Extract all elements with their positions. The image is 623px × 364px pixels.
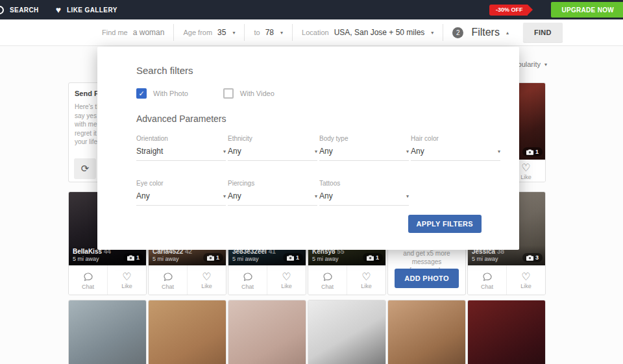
- add-photo-button[interactable]: ADD PHOTO: [395, 269, 459, 288]
- heart-outline-icon: ♡: [202, 272, 211, 282]
- chat-icon: [482, 271, 493, 283]
- orientation-select[interactable]: Orientation Straight▾: [136, 135, 226, 161]
- like-button[interactable]: ♡ Like: [107, 265, 146, 295]
- camera-icon: [526, 255, 533, 261]
- chat-button[interactable]: Chat: [149, 265, 187, 295]
- promo-line: and get x5 more messages: [388, 249, 465, 266]
- refresh-flirtcast-button[interactable]: ⟳: [74, 158, 96, 179]
- age-to-label: to: [254, 29, 260, 36]
- chat-button[interactable]: Chat: [468, 265, 506, 295]
- eye-color-select[interactable]: Eye color Any▾: [136, 180, 226, 206]
- camera-icon: [287, 255, 294, 261]
- profile-photo[interactable]: Rachel 50: [149, 300, 226, 364]
- heart-outline-icon: ♡: [361, 272, 371, 282]
- chevron-down-icon: ▾: [315, 193, 317, 199]
- profile-card[interactable]: Nekeisha 38: [387, 300, 466, 364]
- select-label: Orientation: [136, 135, 226, 142]
- chat-icon: [82, 271, 94, 283]
- profile-card[interactable]: Aslie 35: [308, 300, 386, 364]
- camera-icon: [127, 255, 134, 261]
- location-select[interactable]: Location USA, San Jose + 50 miles ▾: [302, 28, 434, 37]
- like-label: Like: [520, 174, 531, 180]
- like-button[interactable]: ♡ Like: [347, 265, 385, 295]
- location-value: USA, San Jose + 50 miles: [334, 28, 425, 37]
- heart-outline-icon: ♡: [521, 163, 530, 173]
- location-label: Location: [302, 29, 329, 36]
- divider: [443, 24, 443, 41]
- select-label: Body type: [319, 135, 409, 142]
- profile-card[interactable]: Noshin060 38: [228, 300, 306, 364]
- with-photo-checkbox[interactable]: ✓: [136, 88, 147, 99]
- app-screen: SEARCH ♥ LIKE GALLERY -30% OFF UPGRADE N…: [0, 0, 623, 364]
- profile-photo[interactable]: impextothis 48: [69, 300, 146, 364]
- body-type-select[interactable]: Body type Any▾: [319, 135, 409, 161]
- like-label: Like: [281, 283, 292, 289]
- select-value: Any: [228, 147, 241, 156]
- like-label: Like: [201, 283, 212, 289]
- photo-count: 3: [535, 254, 539, 261]
- select-value: Any: [319, 191, 333, 200]
- like-label: Like: [520, 283, 531, 289]
- tattoos-select[interactable]: Tattoos Any▾: [319, 180, 409, 206]
- chevron-down-icon: ▾: [498, 149, 500, 154]
- chat-label: Chat: [321, 284, 334, 290]
- chat-button[interactable]: Chat: [308, 265, 347, 295]
- age-to-select[interactable]: to 78 ▾: [254, 28, 283, 37]
- profile-card[interactable]: impextothis 48: [68, 300, 147, 364]
- chat-button[interactable]: Chat: [228, 265, 267, 295]
- upgrade-now-button[interactable]: UPGRADE NOW: [551, 2, 623, 18]
- photo-count: 1: [376, 254, 379, 261]
- profile-photo[interactable]: Krystal585 37: [468, 300, 545, 364]
- like-button[interactable]: ♡ Like: [506, 265, 545, 295]
- with-video-checkbox[interactable]: [223, 88, 234, 99]
- chevron-down-icon: ▾: [406, 149, 409, 154]
- chevron-up-icon: ▴: [506, 30, 509, 36]
- find-me-label: Find me: [102, 29, 128, 36]
- chevron-down-icon: ▾: [223, 193, 226, 199]
- top-navbar: SEARCH ♥ LIKE GALLERY -30% OFF UPGRADE N…: [0, 0, 623, 19]
- chevron-down-icon: ▾: [232, 30, 235, 36]
- like-button[interactable]: ♡ Like: [267, 265, 306, 295]
- select-label: Piercings: [228, 180, 317, 187]
- chat-label: Chat: [241, 284, 254, 290]
- select-label: Tattoos: [319, 180, 409, 187]
- filters-toggle[interactable]: 2 Filters ▴: [452, 27, 509, 38]
- chat-button[interactable]: Chat: [69, 265, 107, 295]
- age-from-select[interactable]: Age from 35 ▾: [183, 28, 235, 37]
- chat-icon: [242, 271, 254, 283]
- hair-color-select[interactable]: Hair color Any▾: [411, 135, 500, 161]
- profile-card[interactable]: Rachel 50: [148, 300, 226, 364]
- photo-count: 1: [216, 254, 219, 261]
- apply-filters-button[interactable]: APPLY FILTERS: [408, 215, 482, 233]
- heart-icon: ♥: [56, 5, 61, 14]
- profile-photo[interactable]: Noshin060 38: [228, 300, 306, 364]
- chevron-down-icon: ▾: [431, 30, 434, 36]
- chevron-down-icon: ▾: [315, 149, 317, 154]
- like-button[interactable]: ♡ Like: [187, 265, 226, 295]
- profile-photo[interactable]: Nekeisha 38: [388, 300, 465, 364]
- ethnicity-select[interactable]: Ethnicity Any▾: [228, 135, 317, 161]
- chat-icon: [322, 271, 334, 283]
- photo-count-badge: 1: [123, 253, 143, 262]
- photo-count: 1: [296, 254, 299, 261]
- find-me-select[interactable]: Find me a woman: [102, 28, 164, 37]
- filters-count-badge: 2: [452, 27, 463, 38]
- divider: [244, 24, 245, 41]
- photo-count: 1: [136, 254, 140, 261]
- find-button[interactable]: FIND: [523, 23, 563, 42]
- heart-outline-icon: ♡: [282, 272, 291, 282]
- chevron-down-icon: ▾: [406, 193, 409, 199]
- photo-count: 1: [535, 149, 539, 155]
- nav-like-gallery[interactable]: LIKE GALLERY: [67, 6, 117, 14]
- piercings-select[interactable]: Piercings Any▾: [228, 180, 317, 206]
- select-label: Hair color: [411, 135, 500, 142]
- profile-photo[interactable]: Aslie 35: [308, 300, 385, 364]
- with-photo-label: With Photo: [153, 90, 188, 97]
- like-label: Like: [361, 283, 372, 289]
- age-from-label: Age from: [183, 29, 212, 36]
- profile-card[interactable]: Krystal585 37: [467, 300, 546, 364]
- age-to-value: 78: [265, 28, 274, 37]
- select-value: Any: [228, 191, 241, 200]
- chevron-down-icon: ▾: [544, 62, 547, 67]
- nav-search[interactable]: SEARCH: [10, 6, 39, 14]
